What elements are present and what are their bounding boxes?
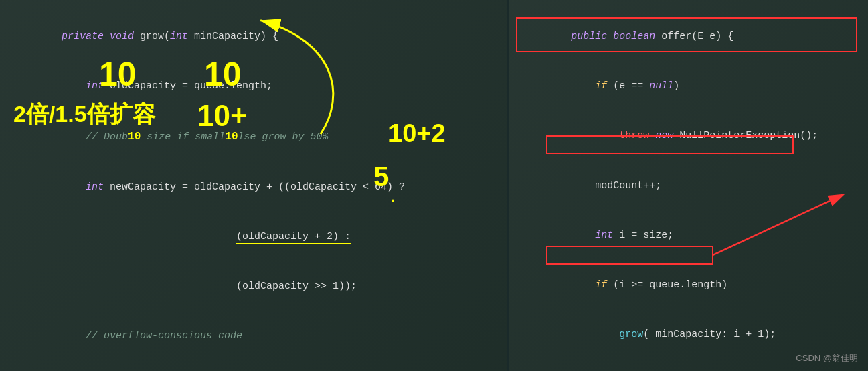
code-line-5: (oldCapacity + 2) :: [13, 212, 494, 262]
code-line-4: int newCapacity = oldCapacity + ((oldCap…: [13, 163, 494, 212]
annotation-dot: ·: [388, 193, 397, 210]
code-line-7: // overflow-conscious code: [13, 312, 494, 362]
code-line-1: private void grow(int minCapacity) {: [13, 12, 494, 62]
annotation-chinese: 2倍/1.5倍扩容: [13, 99, 155, 130]
r-line-1: public boolean offer(E e) {: [523, 12, 855, 62]
kw-int: int: [170, 31, 194, 42]
right-code-area: public boolean offer(E e) { if (e == nul…: [523, 12, 855, 371]
kw-void: void: [110, 31, 140, 42]
fn-name: grow(: [140, 31, 170, 42]
frac-top: (oldCapacity + 2) :: [236, 231, 351, 244]
main-container: private void grow(int minCapacity) { int…: [0, 0, 868, 371]
code-line-8: if (newCapacity - MAX_ARRAY_SIZE > 0): [13, 362, 494, 371]
kw-private: private: [62, 31, 110, 42]
annotation-10-left: 10: [99, 55, 137, 94]
right-panel: public boolean offer(E e) { if (e == nul…: [509, 0, 868, 371]
annotation-10plus: 10+: [197, 99, 248, 133]
r-line-3: throw new NullPointerException();: [523, 112, 855, 161]
annotation-5: 5: [373, 161, 389, 193]
left-panel: private void grow(int minCapacity) { int…: [0, 0, 507, 371]
watermark: CSDN @翁佳明: [796, 352, 858, 364]
r-line-5: int i = size;: [523, 211, 855, 261]
r-line-4: modCount++;: [523, 161, 855, 211]
annotation-10plus2: 10+2: [388, 119, 446, 148]
inline-10-1: 10: [128, 131, 141, 143]
code-line-6: (oldCapacity >> 1));: [13, 262, 494, 311]
r-line-6: if (i >= queue.length): [523, 261, 855, 310]
annotation-10-mid: 10: [204, 55, 242, 94]
left-code-area: private void grow(int minCapacity) { int…: [13, 12, 494, 371]
r-line-2: if (e == null): [523, 62, 855, 111]
param: minCapacity) {: [194, 31, 278, 42]
